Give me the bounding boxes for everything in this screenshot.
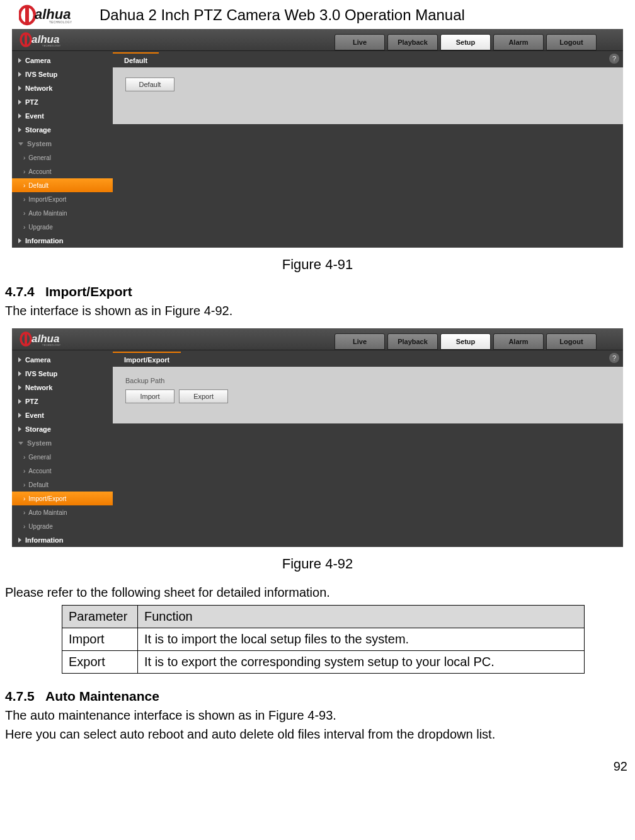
sidebar: Camera IVS Setup Network PTZ Event Stora… (12, 51, 113, 248)
sidebar-item-system[interactable]: System (12, 436, 113, 450)
tab-live[interactable]: Live (335, 34, 385, 50)
sidebar-item-account[interactable]: ›Account (12, 464, 113, 478)
tab-playback[interactable]: Playback (387, 34, 438, 50)
default-panel: Default (113, 67, 623, 124)
sidebar-item-event[interactable]: Event (12, 408, 113, 422)
chevron-right-icon: › (23, 168, 25, 175)
tab-logout[interactable]: Logout (546, 34, 597, 50)
sidebar-item-camera[interactable]: Camera (12, 353, 113, 367)
svg-text:alhua: alhua (31, 33, 59, 45)
chevron-right-icon (18, 357, 21, 362)
chevron-right-icon (18, 538, 21, 543)
sidebar-label: Upgrade (28, 523, 52, 530)
tab-setup[interactable]: Setup (440, 34, 491, 50)
screenshot-default: alhua TECHNOLOGY Live Playback Setup Ala… (12, 29, 623, 248)
cell-func: It is to import the local setup files to… (138, 628, 585, 651)
sidebar-item-ptz[interactable]: PTZ (12, 394, 113, 408)
sidebar-item-import-export[interactable]: ›Import/Export (12, 492, 113, 505)
sidebar-label: Event (25, 411, 44, 419)
doc-header: alhua TECHNOLOGY Dahua 2 Inch PTZ Camera… (5, 0, 630, 29)
sidebar-item-default[interactable]: ›Default (12, 478, 113, 492)
sidebar-label: Camera (25, 57, 50, 64)
section-475-text1: The auto maintenance interface is shown … (5, 706, 630, 724)
chevron-right-icon (18, 86, 21, 91)
sidebar-label: IVS Setup (25, 370, 57, 377)
tab-live[interactable]: Live (335, 333, 385, 350)
sidebar-item-camera[interactable]: Camera (12, 54, 113, 67)
table-intro: Please refer to the following sheet for … (5, 584, 630, 601)
svg-text:TECHNOLOGY: TECHNOLOGY (42, 45, 61, 47)
sidebar-item-network[interactable]: Network (12, 81, 113, 95)
table-header-func: Function (138, 606, 585, 628)
sidebar-label: Auto Maintain (28, 210, 67, 217)
screenshot-import-export: alhua TECHNOLOGY Live Playback Setup Ala… (12, 328, 623, 547)
tab-playback[interactable]: Playback (387, 333, 438, 350)
sidebar-item-auto-maintain[interactable]: ›Auto Maintain (12, 505, 113, 519)
chevron-right-icon: › (23, 523, 25, 530)
sidebar-label: Import/Export (28, 495, 66, 502)
tab-logout[interactable]: Logout (546, 333, 597, 350)
help-icon[interactable]: ? (609, 353, 619, 363)
content-tab-import-export[interactable]: Import/Export (113, 352, 181, 367)
sidebar-label: General (28, 154, 51, 161)
chevron-right-icon: › (23, 210, 25, 217)
chevron-right-icon: › (23, 182, 25, 189)
table-header-param: Parameter (62, 606, 138, 628)
section-474-text: The interface is shown as in Figure 4-92… (5, 302, 630, 319)
help-icon[interactable]: ? (609, 54, 619, 64)
sidebar-item-system[interactable]: System (12, 137, 113, 151)
page-number: 92 (5, 759, 630, 774)
sidebar-item-account[interactable]: ›Account (12, 164, 113, 178)
doc-title: Dahua 2 Inch PTZ Camera Web 3.0 Operatio… (100, 6, 465, 24)
sidebar-item-network[interactable]: Network (12, 381, 113, 394)
tab-setup[interactable]: Setup (440, 333, 491, 350)
cell-param: Import (62, 628, 138, 651)
sidebar-item-default[interactable]: ›Default (12, 178, 113, 192)
sidebar-label: General (28, 454, 51, 461)
svg-rect-9 (25, 333, 27, 345)
sidebar-item-upgrade[interactable]: ›Upgrade (12, 220, 113, 234)
sidebar-item-general[interactable]: ›General (12, 151, 113, 164)
section-title: Auto Maintenance (45, 689, 159, 703)
cell-func: It is to export the corresponding system… (138, 651, 585, 674)
chevron-right-icon (18, 100, 21, 105)
sidebar-label: Network (25, 384, 52, 391)
sidebar-item-ivs[interactable]: IVS Setup (12, 67, 113, 81)
svg-rect-1 (25, 7, 29, 23)
chevron-right-icon (18, 113, 21, 118)
sidebar-item-ivs[interactable]: IVS Setup (12, 367, 113, 381)
sidebar-item-ptz[interactable]: PTZ (12, 95, 113, 109)
sidebar-label: Upgrade (28, 224, 52, 231)
sidebar-label: Account (28, 468, 51, 475)
sidebar-item-import-export[interactable]: ›Import/Export (12, 192, 113, 206)
chevron-right-icon (18, 72, 21, 77)
content-tab-default[interactable]: Default (113, 52, 159, 67)
sidebar-label: Default (28, 481, 49, 488)
section-title: Import/Export (45, 284, 132, 299)
chevron-right-icon: › (23, 481, 25, 488)
top-nav-tabs: Live Playback Setup Alarm Logout (333, 29, 623, 50)
sidebar-item-event[interactable]: Event (12, 109, 113, 123)
svg-text:alhua: alhua (35, 6, 71, 22)
tab-alarm[interactable]: Alarm (493, 333, 544, 350)
sidebar-label: PTZ (25, 98, 38, 106)
svg-rect-5 (25, 34, 27, 45)
sidebar-label: System (27, 439, 52, 447)
sidebar-item-information[interactable]: Information (12, 533, 113, 547)
sidebar-label: PTZ (25, 398, 38, 405)
chevron-right-icon: › (23, 224, 25, 231)
tab-alarm[interactable]: Alarm (493, 34, 544, 50)
chevron-right-icon: › (23, 509, 25, 516)
sidebar-label: Account (28, 168, 51, 175)
section-474-heading: 4.7.4Import/Export (5, 284, 630, 299)
sidebar-item-storage[interactable]: Storage (12, 422, 113, 436)
sidebar-item-auto-maintain[interactable]: ›Auto Maintain (12, 206, 113, 220)
export-button[interactable]: Export (179, 389, 228, 403)
import-button[interactable]: Import (125, 389, 174, 403)
default-button[interactable]: Default (125, 78, 174, 91)
sidebar-item-storage[interactable]: Storage (12, 123, 113, 137)
sidebar-item-upgrade[interactable]: ›Upgrade (12, 519, 113, 533)
sidebar-item-information[interactable]: Information (12, 234, 113, 248)
sidebar-item-general[interactable]: ›General (12, 450, 113, 464)
chevron-right-icon: › (23, 196, 25, 203)
